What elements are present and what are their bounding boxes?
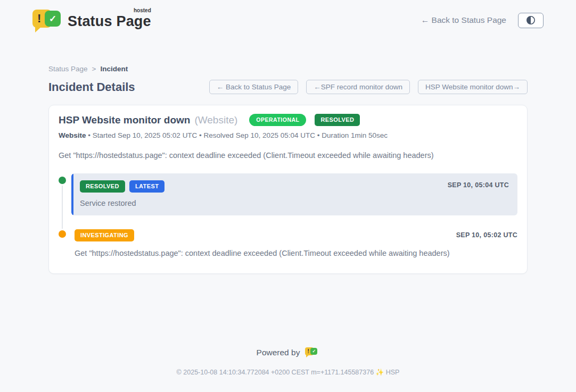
- investigating-badge: INVESTIGATING: [75, 229, 134, 241]
- logo-text-wrap: Status Page hosted: [68, 8, 151, 30]
- footer: Powered by ! ✓ © 2025-10-08 14:10:34.772…: [0, 347, 576, 376]
- logo-icon: ! ✓: [32, 8, 62, 32]
- incident-card: HSP Website monitor down (Website) OPERA…: [48, 105, 528, 274]
- logo-hosted-label: hosted: [134, 7, 151, 13]
- breadcrumb-separator: >: [92, 65, 96, 73]
- entry-timestamp: SEP 10, 05:04 UTC: [448, 181, 509, 189]
- main-content: Status Page > Incident Incident Details …: [48, 65, 528, 274]
- entry-message: Service restored: [80, 199, 509, 207]
- incident-meta-component: Website: [59, 131, 86, 139]
- powered-by: Powered by ! ✓: [0, 347, 576, 358]
- incident-meta-details: • Started Sep 10, 2025 05:02 UTC • Resol…: [86, 131, 388, 139]
- previous-incident-button[interactable]: ←SPF record monitor down: [306, 80, 410, 94]
- timeline-entry-resolved-box: RESOLVED LATEST SEP 10, 05:04 UTC Servic…: [71, 173, 517, 215]
- incident-title: HSP Website monitor down: [59, 114, 190, 126]
- footer-logo-check-icon: ✓: [310, 348, 317, 355]
- title-row: Incident Details ← Back to Status Page ←…: [48, 80, 528, 94]
- operational-status-badge: OPERATIONAL: [249, 114, 306, 126]
- timeline-entry-investigating: INVESTIGATING SEP 10, 05:02 UTC Get "htt…: [71, 229, 517, 257]
- header-actions: ← Back to Status Page: [421, 13, 544, 28]
- incident-title-row: HSP Website monitor down (Website) OPERA…: [59, 114, 517, 126]
- incident-meta: Website • Started Sep 10, 2025 05:02 UTC…: [59, 131, 517, 139]
- entry-badges: INVESTIGATING: [75, 229, 517, 241]
- incident-timeline: RESOLVED LATEST SEP 10, 05:04 UTC Servic…: [59, 173, 517, 257]
- breadcrumb-status-page[interactable]: Status Page: [48, 65, 88, 73]
- breadcrumb: Status Page > Incident: [48, 65, 528, 73]
- orange-status-dot-icon: [59, 230, 66, 238]
- logo-bubble-tail: [35, 26, 43, 32]
- next-incident-button[interactable]: HSP Website monitor down→: [418, 80, 528, 94]
- logo-text: Status Page: [68, 13, 151, 29]
- half-circle-contrast-icon: [526, 15, 536, 25]
- logo-check-bubble-icon: ✓: [45, 11, 61, 27]
- footer-logo-icon[interactable]: ! ✓: [305, 347, 319, 358]
- page-title: Incident Details: [48, 80, 135, 94]
- incident-nav-buttons: ← Back to Status Page ←SPF record monito…: [209, 80, 528, 94]
- copyright-line: © 2025-10-08 14:10:34.772084 +0200 CEST …: [0, 368, 576, 376]
- back-to-status-page-link[interactable]: ← Back to Status Page: [421, 15, 506, 25]
- timeline-connector-line: [62, 182, 63, 231]
- incident-component: (Website): [194, 114, 237, 126]
- timeline-entry-resolved: RESOLVED LATEST SEP 10, 05:04 UTC Servic…: [71, 173, 517, 215]
- resolved-status-badge: RESOLVED: [315, 114, 360, 126]
- green-status-dot-icon: [59, 177, 66, 184]
- app-logo[interactable]: ! ✓ Status Page hosted: [32, 8, 151, 32]
- entry-timestamp: SEP 10, 05:02 UTC: [456, 231, 517, 239]
- footer-logo-tail: [306, 354, 310, 357]
- theme-toggle-button[interactable]: [518, 13, 544, 28]
- resolved-badge: RESOLVED: [80, 180, 125, 193]
- breadcrumb-incident: Incident: [100, 65, 128, 73]
- incident-description: Get "https://hostedstatus.page": context…: [59, 151, 517, 160]
- header: ! ✓ Status Page hosted ← Back to Status …: [32, 0, 544, 33]
- entry-badges: RESOLVED LATEST: [80, 180, 509, 193]
- entry-message: Get "https://hostedstatus.page": context…: [75, 249, 517, 257]
- powered-by-label: Powered by: [257, 348, 300, 357]
- latest-badge: LATEST: [129, 180, 164, 193]
- back-to-status-page-button[interactable]: ← Back to Status Page: [209, 80, 299, 94]
